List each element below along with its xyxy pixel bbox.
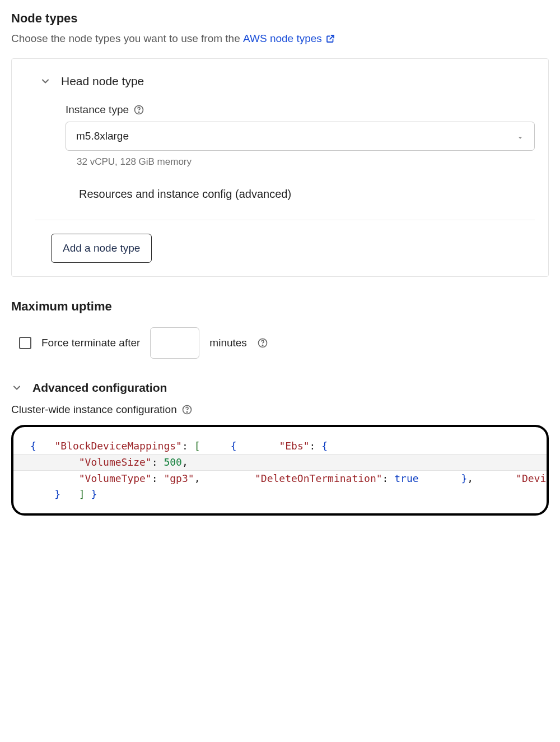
cluster-wide-label: Cluster-wide instance configuration — [11, 404, 177, 416]
uptime-minutes-input[interactable] — [150, 327, 199, 359]
head-node-type-toggle[interactable]: Head node type — [40, 75, 535, 88]
caret-down-icon — [516, 132, 524, 140]
aws-node-types-link[interactable]: AWS node types — [243, 33, 335, 45]
resources-advanced-label: Resources and instance config (advanced) — [79, 188, 291, 201]
instance-type-helper: 32 vCPU, 128 GiB memory — [77, 156, 535, 168]
external-link-icon — [325, 34, 335, 44]
help-icon[interactable] — [133, 104, 144, 115]
chevron-down-icon — [40, 76, 51, 87]
cluster-wide-heading-row: Cluster-wide instance configuration — [11, 404, 549, 416]
instance-type-label: Instance type — [66, 104, 129, 116]
help-icon[interactable] — [181, 404, 193, 415]
node-types-title: Node types — [11, 11, 549, 26]
advanced-configuration-toggle[interactable]: Advanced configuration — [11, 381, 549, 395]
svg-point-1 — [138, 112, 139, 113]
node-types-subtitle: Choose the node types you want to use fr… — [11, 33, 549, 45]
force-terminate-label-after: minutes — [209, 337, 247, 349]
subtitle-prefix: Choose the node types you want to use fr… — [11, 33, 243, 44]
node-types-card: Head node type Instance type m5.8xlarge … — [11, 58, 549, 277]
resources-advanced-toggle[interactable]: Resources and instance config (advanced) — [68, 188, 535, 201]
maximum-uptime-title: Maximum uptime — [11, 299, 549, 314]
force-terminate-label-before: Force terminate after — [41, 337, 140, 349]
instance-type-select[interactable]: m5.8xlarge — [66, 122, 535, 151]
uptime-row: Force terminate after minutes — [19, 327, 549, 359]
cluster-config-code-editor[interactable]: { "BlockDeviceMappings": [ { "Ebs": { "V… — [11, 425, 549, 516]
help-icon[interactable] — [257, 337, 268, 349]
svg-point-5 — [186, 412, 187, 412]
chevron-down-icon — [11, 382, 22, 393]
svg-point-3 — [262, 345, 263, 346]
aws-node-types-link-text: AWS node types — [243, 33, 322, 45]
divider — [35, 220, 535, 220]
advanced-configuration-title: Advanced configuration — [32, 381, 167, 395]
instance-type-value: m5.8xlarge — [76, 130, 129, 142]
head-node-type-label: Head node type — [61, 75, 144, 88]
instance-type-field: Instance type m5.8xlarge 32 vCPU, 128 Gi… — [66, 104, 535, 168]
add-node-type-button[interactable]: Add a node type — [51, 234, 152, 263]
force-terminate-checkbox[interactable] — [19, 337, 31, 349]
